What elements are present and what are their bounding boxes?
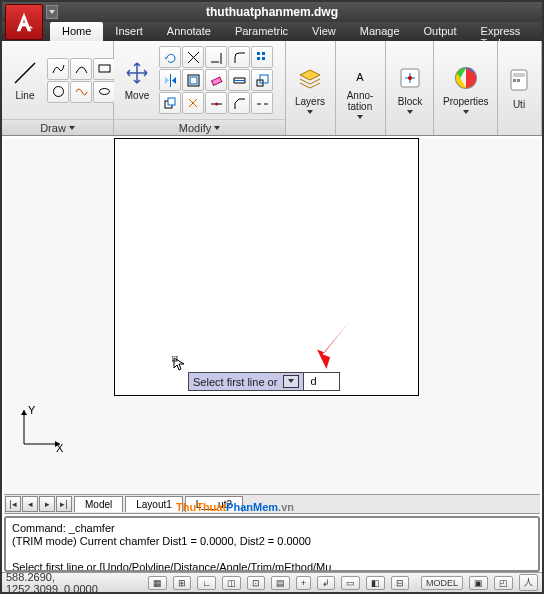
command-window[interactable]: Command: _chamfer (TRIM mode) Current ch… bbox=[4, 516, 540, 572]
svg-rect-22 bbox=[513, 79, 516, 82]
tab-view[interactable]: View bbox=[300, 22, 348, 41]
arc-icon[interactable] bbox=[70, 58, 92, 80]
util-label: Uti bbox=[513, 99, 525, 110]
trim-icon[interactable] bbox=[182, 46, 204, 68]
status-toggle[interactable]: ∟ bbox=[197, 576, 216, 590]
dynamic-input[interactable]: d bbox=[304, 372, 340, 391]
block-label: Block bbox=[398, 96, 422, 107]
status-bar: 588.2690, 1252.3099, 0.0000 ▦ ⊞ ∟ ◫ ⊡ ▤ … bbox=[2, 572, 542, 592]
rotate-icon[interactable] bbox=[159, 46, 181, 68]
utilities-button[interactable]: Uti bbox=[501, 64, 537, 112]
offset-icon[interactable] bbox=[182, 69, 204, 91]
explode-icon[interactable] bbox=[182, 92, 204, 114]
tab-home[interactable]: Home bbox=[50, 22, 103, 41]
modify-tools bbox=[157, 44, 275, 116]
svg-rect-21 bbox=[513, 73, 525, 77]
tab-nav-next[interactable]: ▸ bbox=[39, 496, 55, 512]
status-toggle[interactable]: ⊡ bbox=[247, 576, 265, 590]
tab-nav-prev[interactable]: ◂ bbox=[22, 496, 38, 512]
dyn-dropdown-icon[interactable] bbox=[283, 375, 299, 388]
fillet-icon[interactable] bbox=[228, 46, 250, 68]
copy-icon[interactable] bbox=[159, 92, 181, 114]
properties-button[interactable]: Properties bbox=[437, 61, 495, 116]
status-toggle[interactable]: ◫ bbox=[222, 576, 241, 590]
status-toggle[interactable]: ◧ bbox=[366, 576, 385, 590]
layers-button[interactable]: Layers bbox=[289, 61, 331, 116]
drawing-area[interactable]: Select first line or d YX bbox=[4, 138, 540, 504]
layout-tabbar: |◂ ◂ ▸ ▸| Model Layout1 L___ut2 bbox=[4, 494, 540, 514]
svg-text:X: X bbox=[56, 442, 64, 452]
svg-rect-1 bbox=[99, 65, 110, 72]
ribbon-tabstrip: Home Insert Annotate Parametric View Man… bbox=[2, 22, 542, 41]
break-icon[interactable] bbox=[251, 92, 273, 114]
svg-rect-7 bbox=[262, 57, 265, 60]
status-toggle[interactable]: ⊟ bbox=[391, 576, 409, 590]
model-space-button[interactable]: MODEL bbox=[421, 576, 463, 590]
modify-panel-title[interactable]: Modify bbox=[114, 119, 285, 135]
status-toggle[interactable]: ◰ bbox=[494, 576, 513, 590]
spline-icon[interactable] bbox=[70, 81, 92, 103]
status-toggle[interactable]: ⊞ bbox=[173, 576, 191, 590]
status-toggle[interactable]: ▤ bbox=[271, 576, 290, 590]
tab-nav-first[interactable]: |◂ bbox=[5, 496, 21, 512]
svg-rect-23 bbox=[517, 79, 520, 82]
coords-readout: 588.2690, 1252.3099, 0.0000 bbox=[6, 571, 106, 595]
annotation-button[interactable]: A Anno- tation bbox=[339, 55, 381, 121]
svg-point-3 bbox=[99, 89, 109, 95]
cursor-icon bbox=[172, 356, 188, 372]
tab-output[interactable]: Output bbox=[412, 22, 469, 41]
dynamic-prompt: Select first line or bbox=[188, 372, 304, 391]
ribbon: Line Draw Move bbox=[2, 41, 542, 136]
polyline-icon[interactable] bbox=[47, 58, 69, 80]
line-button[interactable]: Line bbox=[5, 57, 45, 103]
block-button[interactable]: Block bbox=[389, 61, 431, 116]
join-icon[interactable] bbox=[205, 92, 227, 114]
svg-rect-14 bbox=[168, 98, 175, 105]
layout2-tab[interactable]: L___ut2 bbox=[185, 496, 243, 512]
layers-label: Layers bbox=[295, 96, 325, 107]
move-button[interactable]: Move bbox=[117, 57, 157, 103]
line-label: Line bbox=[16, 90, 35, 101]
anno-label: Anno- tation bbox=[347, 90, 374, 112]
mirror-icon[interactable] bbox=[159, 69, 181, 91]
stretch-icon[interactable] bbox=[228, 69, 250, 91]
svg-rect-12 bbox=[260, 75, 268, 83]
props-label: Properties bbox=[443, 96, 489, 107]
svg-text:A: A bbox=[356, 71, 364, 83]
status-toggle[interactable]: 人 bbox=[519, 574, 538, 591]
draw-tools bbox=[45, 56, 117, 105]
svg-rect-4 bbox=[257, 52, 260, 55]
rect-icon[interactable] bbox=[93, 58, 115, 80]
layout1-tab[interactable]: Layout1 bbox=[125, 496, 183, 512]
status-toggle[interactable]: ↲ bbox=[317, 576, 335, 590]
chamfer-icon[interactable] bbox=[228, 92, 250, 114]
tab-parametric[interactable]: Parametric bbox=[223, 22, 300, 41]
application-menu-button[interactable] bbox=[5, 4, 43, 40]
status-toggle[interactable]: ▣ bbox=[469, 576, 488, 590]
tab-insert[interactable]: Insert bbox=[103, 22, 155, 41]
svg-text:Y: Y bbox=[28, 404, 36, 416]
drawing-rectangle bbox=[114, 138, 419, 396]
draw-panel-title[interactable]: Draw bbox=[2, 119, 113, 135]
tab-annotate[interactable]: Annotate bbox=[155, 22, 223, 41]
svg-rect-10 bbox=[211, 77, 221, 85]
qat-dropdown[interactable] bbox=[46, 5, 58, 19]
svg-rect-5 bbox=[262, 52, 265, 55]
scale-icon[interactable] bbox=[251, 69, 273, 91]
array-icon[interactable] bbox=[251, 46, 273, 68]
status-toggle[interactable]: ▭ bbox=[341, 576, 360, 590]
tab-express[interactable]: Express Tools bbox=[469, 22, 542, 41]
svg-rect-9 bbox=[190, 77, 197, 84]
status-toggle[interactable]: + bbox=[296, 576, 311, 590]
extend-icon[interactable] bbox=[205, 46, 227, 68]
ellipse-icon[interactable] bbox=[93, 81, 115, 103]
tab-nav-last[interactable]: ▸| bbox=[56, 496, 72, 512]
circle-icon[interactable] bbox=[47, 81, 69, 103]
erase-icon[interactable] bbox=[205, 69, 227, 91]
status-toggle[interactable]: ▦ bbox=[148, 576, 167, 590]
svg-rect-6 bbox=[257, 57, 260, 60]
tab-manage[interactable]: Manage bbox=[348, 22, 412, 41]
svg-point-15 bbox=[215, 102, 218, 105]
move-label: Move bbox=[125, 90, 149, 101]
model-tab[interactable]: Model bbox=[74, 496, 123, 512]
